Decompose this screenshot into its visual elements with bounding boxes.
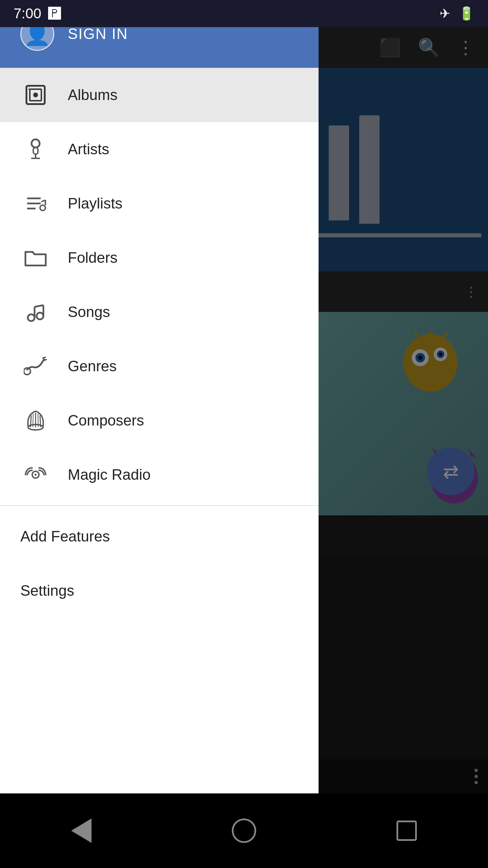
settings-label: Settings: [20, 582, 74, 599]
playlists-icon: [20, 188, 51, 219]
svg-line-44: [35, 305, 43, 307]
svg-point-42: [28, 314, 35, 321]
playlists-label: Playlists: [68, 195, 122, 212]
android-nav-bar: [0, 793, 488, 868]
svg-line-53: [40, 415, 41, 427]
artists-icon: [20, 134, 51, 164]
svg-line-54: [33, 414, 33, 427]
signin-label[interactable]: SIGN IN: [68, 25, 128, 42]
home-circle-icon: [232, 818, 256, 843]
composers-icon: [20, 405, 51, 436]
nav-item-folders[interactable]: Folders: [0, 231, 319, 285]
nav-item-songs[interactable]: Songs: [0, 285, 319, 339]
add-features-label: Add Features: [20, 528, 110, 545]
nav-item-settings[interactable]: Settings: [0, 564, 319, 618]
albums-icon: ♪: [20, 80, 51, 110]
svg-line-48: [42, 357, 46, 358]
songs-label: Songs: [68, 303, 110, 320]
nav-item-magic-radio[interactable]: Magic Radio: [0, 448, 319, 502]
svg-point-39: [40, 205, 45, 211]
svg-rect-33: [33, 147, 38, 154]
nav-list: ♪ Albums Artists: [0, 68, 319, 868]
svg-point-32: [32, 139, 40, 147]
nav-divider: [0, 505, 319, 506]
svg-point-57: [35, 474, 37, 476]
battery-icon: 🔋: [459, 6, 474, 21]
airplane-icon: ✈: [440, 6, 450, 21]
recents-square-icon: [396, 821, 417, 841]
genres-icon: [20, 351, 51, 381]
composers-label: Composers: [68, 412, 144, 429]
nav-item-genres[interactable]: Genres: [0, 339, 319, 393]
status-icons: ✈ 🔋: [440, 6, 474, 21]
svg-point-46: [37, 313, 43, 319]
nav-item-albums[interactable]: ♪ Albums: [0, 68, 319, 122]
navigation-drawer: 👤 SIGN IN ♪ Albums: [0, 0, 319, 868]
nav-item-artists[interactable]: Artists: [0, 122, 319, 176]
magic-radio-label: Magic Radio: [68, 466, 151, 483]
magic-radio-icon: [20, 459, 51, 490]
nav-item-composers[interactable]: Composers: [0, 393, 319, 448]
svg-text:♪: ♪: [28, 85, 30, 91]
nav-item-add-features[interactable]: Add Features: [0, 509, 319, 564]
svg-point-30: [33, 93, 38, 97]
albums-label: Albums: [68, 86, 118, 103]
status-time: 7:00: [14, 5, 41, 22]
home-button[interactable]: [210, 814, 278, 848]
folders-label: Folders: [68, 249, 118, 266]
back-button[interactable]: [47, 814, 115, 848]
svg-line-55: [38, 414, 38, 427]
folders-icon: [20, 242, 51, 273]
recents-button[interactable]: [373, 814, 441, 848]
artists-label: Artists: [68, 141, 109, 158]
parking-icon: 🅿: [48, 6, 61, 21]
genres-label: Genres: [68, 358, 117, 375]
back-triangle-icon: [71, 818, 92, 843]
status-bar: 7:00 🅿 ✈ 🔋: [0, 0, 488, 27]
songs-icon: [20, 297, 51, 327]
svg-line-51: [30, 415, 31, 427]
nav-item-playlists[interactable]: Playlists: [0, 176, 319, 231]
